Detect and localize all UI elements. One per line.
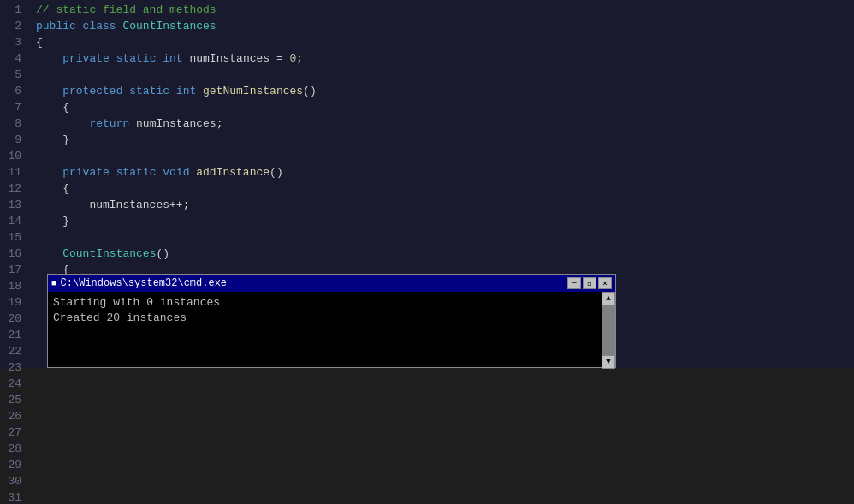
line-num-12: 12 [0,181,21,197]
code-line-12: { [36,181,854,197]
line-num-25: 25 [0,392,21,408]
token: static [116,52,163,65]
line-num-1: 1 [0,2,21,18]
cmd-minimize-button[interactable]: − [567,277,581,289]
code-editor: 1234567891011121314151617181920212223242… [0,0,854,368]
token: static [116,166,163,179]
line-num-11: 11 [0,164,21,181]
code-line-10 [36,148,854,164]
code-line-1: // static field and methods [36,2,854,18]
line-num-22: 22 [0,343,21,359]
token: { [36,36,43,49]
line-num-18: 18 [0,278,21,294]
token: () [303,85,317,98]
line-num-5: 5 [0,67,21,83]
line-num-21: 21 [0,327,21,343]
line-num-28: 28 [0,441,21,457]
line-num-4: 4 [0,50,21,67]
token: } [36,215,69,228]
token [36,166,62,179]
cmd-title: C:\Windows\system32\cmd.exe [61,277,227,289]
line-num-10: 10 [0,148,21,164]
line-num-7: 7 [0,99,21,116]
code-line-11: private static void addInstance() [36,164,854,181]
line-num-3: 3 [0,34,21,50]
cmd-output: Starting with 0 instances Created 20 ins… [48,292,615,329]
token: getNumInstances [203,85,303,98]
hint-comment: // static field and methods [36,3,216,16]
token: public [36,20,83,33]
scrollbar-up-arrow[interactable]: ▲ [602,292,615,305]
code-line-5 [36,67,854,83]
token: () [156,247,169,260]
cmd-icon: ■ [51,278,57,288]
line-num-6: 6 [0,83,21,99]
token: int [163,52,189,65]
line-num-26: 26 [0,408,21,424]
line-num-27: 27 [0,424,21,441]
line-num-16: 16 [0,246,21,262]
token: numInstances; [136,117,222,130]
code-line-7: { [36,99,854,116]
scrollbar-track [602,305,615,355]
token: numInstances = [189,52,289,65]
token [36,117,89,130]
code-line-9: } [36,132,854,148]
scrollbar-down-arrow[interactable]: ▼ [602,355,615,369]
line-num-19: 19 [0,294,21,311]
line-num-2: 2 [0,18,21,34]
token: CountInstances [62,247,156,260]
token: void [163,166,196,179]
code-line-15 [36,229,854,246]
line-numbers: 1234567891011121314151617181920212223242… [0,0,27,368]
line-num-30: 30 [0,473,21,489]
line-num-13: 13 [0,197,21,213]
line-num-23: 23 [0,359,21,376]
cmd-window: ■ C:\Windows\system32\cmd.exe − ◻ ✕ Star… [47,274,616,368]
line-num-31: 31 [0,489,21,504]
code-line-14: } [36,213,854,229]
token [36,85,62,98]
token: CountInstances [122,20,216,33]
cmd-output-line1: Starting with 0 instances [53,295,610,311]
token: addInstance [196,166,270,179]
line-num-20: 20 [0,311,21,327]
line-num-17: 17 [0,262,21,278]
token: numInstances++; [36,199,189,211]
code-line-13: numInstances++; [36,197,854,213]
cmd-titlebar-controls: − ◻ ✕ [567,277,612,289]
cmd-titlebar-left: ■ C:\Windows\system32\cmd.exe [51,277,227,289]
token: return [89,117,136,130]
cmd-restore-button[interactable]: ◻ [583,277,596,289]
code-line-3: { [36,34,854,50]
token: class [83,20,123,33]
token: private [62,52,116,65]
token: ; [296,52,303,65]
line-num-8: 8 [0,116,21,132]
token [36,52,62,65]
token: } [36,133,69,146]
cmd-output-line2: Created 20 instances [53,311,610,326]
token: int [176,85,203,98]
line-num-9: 9 [0,132,21,148]
token: protected [62,85,129,98]
token: () [270,166,283,179]
token [36,247,62,260]
token: { [36,101,69,114]
line-num-24: 24 [0,376,21,392]
token: { [36,182,69,195]
line-num-14: 14 [0,213,21,229]
cmd-scrollbar[interactable]: ▲ ▼ [602,292,615,369]
cmd-titlebar: ■ C:\Windows\system32\cmd.exe − ◻ ✕ [48,275,615,292]
code-line-16: CountInstances() [36,246,854,262]
line-num-29: 29 [0,457,21,473]
code-line-4: private static int numInstances = 0; [36,50,854,67]
cmd-close-button[interactable]: ✕ [598,277,612,289]
token: private [62,166,116,179]
code-line-8: return numInstances; [36,116,854,132]
code-line-2: public class CountInstances [36,18,854,34]
code-line-6: protected static int getNumInstances() [36,83,854,99]
line-num-15: 15 [0,229,21,246]
token: static [129,85,176,98]
